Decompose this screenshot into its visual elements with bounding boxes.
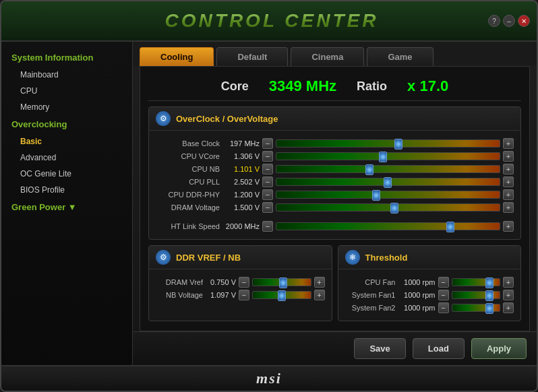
nb-voltage-increase[interactable]: + [314,290,325,300]
sidebar-item-basic[interactable]: Basic [1,133,132,150]
base-clock-label: Base Clock [156,139,220,148]
close-button[interactable]: ✕ [518,15,530,27]
cpu-pll-track[interactable] [276,178,500,186]
sidebar-item-bios-profile[interactable]: BIOS Profile [1,182,132,198]
apply-button[interactable]: Apply [471,338,527,359]
load-button[interactable]: Load [413,338,465,359]
overclock-icon: ⚙ [156,111,171,126]
tab-cooling[interactable]: Cooling [140,47,214,66]
sys-fan1-thumb[interactable] [485,290,494,301]
dram-vref-value: 0.750 V [206,278,236,286]
cpu-pll-increase[interactable]: + [503,176,514,187]
base-clock-decrease[interactable]: − [262,138,273,149]
cpu-nb-label: CPU NB [156,165,220,173]
sidebar-section-system-information[interactable]: System Information [1,48,132,67]
tab-default[interactable]: Default [216,47,288,66]
cpu-ddr-phy-thumb[interactable] [372,190,380,201]
cpu-nb-increase[interactable]: + [503,164,514,174]
nb-voltage-label: NB Voltage [156,291,203,299]
cpu-vcore-decrease[interactable]: − [262,151,273,162]
base-clock-value: 197 MHz [222,139,260,148]
ddr-body: DRAM Vref 0.750 V − + NB Voltage [149,269,332,308]
base-clock-thumb[interactable] [394,139,402,150]
cpu-vcore-increase[interactable]: + [503,151,514,162]
minimize-button[interactable]: – [503,15,515,27]
cpu-fan-decrease[interactable]: − [438,277,449,288]
main-window: Control Center ? – ✕ System Information … [0,0,538,392]
ddr-header: ⚙ DDR VREF / NB [149,246,332,269]
cpu-pll-thumb[interactable] [384,177,392,188]
help-button[interactable]: ? [488,15,500,27]
cpu-fan-thumb[interactable] [485,277,494,288]
cpu-nb-thumb[interactable] [365,164,373,175]
cpu-pll-decrease[interactable]: − [262,176,273,187]
cpu-ddr-phy-label: CPU DDR-PHY [156,191,220,199]
cpu-vcore-thumb[interactable] [379,152,387,162]
cpu-nb-track[interactable] [276,165,500,173]
msi-logo: msi [256,370,282,387]
dram-vref-thumb[interactable] [279,277,287,288]
core-value: 3349 MHz [269,77,336,95]
cpu-fan-value: 1000 rpm [398,278,436,286]
threshold-body: CPU Fan 1000 rpm − + System Fan1 [338,269,521,321]
nb-voltage-thumb[interactable] [278,290,286,301]
dram-vref-decrease[interactable]: − [239,277,249,288]
overclock-title: OverClock / OverVoltage [176,114,278,124]
dram-voltage-increase[interactable]: + [503,202,514,213]
cpu-ddr-phy-track[interactable] [276,191,500,199]
ht-link-decrease[interactable]: − [262,221,273,232]
ht-link-thumb[interactable] [446,222,454,232]
overclock-body: Base Clock 197 MHz − + CPU VCore 1.306 V [149,131,520,239]
tab-cinema[interactable]: Cinema [291,47,364,66]
cpu-vcore-track[interactable] [276,152,500,160]
sidebar-section-overclocking[interactable]: Overclocking [1,115,132,133]
ht-link-increase[interactable]: + [503,221,514,232]
slider-nb-voltage: NB Voltage 1.097 V − + [156,290,325,300]
sys-fan1-track[interactable] [452,291,501,299]
app-title: Control Center [165,10,379,32]
sidebar: System Information Mainboard CPU Memory … [1,42,133,365]
threshold-section: ❄ Threshold CPU Fan 1000 rpm − [338,245,522,321]
cpu-ddr-phy-increase[interactable]: + [503,189,514,200]
sys-fan1-increase[interactable]: + [503,290,514,300]
base-clock-track[interactable] [276,139,500,148]
dram-vref-increase[interactable]: + [314,277,325,288]
sys-fan2-increase[interactable]: + [503,302,514,313]
cpu-ddr-phy-decrease[interactable]: − [262,189,273,200]
sidebar-section-green-power[interactable]: Green Power ▼ [1,198,132,216]
ratio-value: x 17.0 [407,77,448,95]
sidebar-item-oc-genie-lite[interactable]: OC Genie Lite [1,166,132,182]
threshold-icon: ❄ [345,250,360,265]
save-button[interactable]: Save [354,338,405,359]
nb-voltage-value: 1.097 V [206,291,236,299]
nb-voltage-track[interactable] [252,291,311,299]
dram-vref-track[interactable] [252,278,311,286]
sidebar-item-memory[interactable]: Memory [1,99,132,115]
cpu-fan-increase[interactable]: + [503,277,514,288]
sys-fan1-decrease[interactable]: − [438,290,449,300]
sys-fan2-thumb[interactable] [485,303,494,314]
threshold-title: Threshold [365,253,408,263]
nb-voltage-decrease[interactable]: − [239,290,249,300]
sys-fan2-decrease[interactable]: − [438,302,449,313]
ddr-section: ⚙ DDR VREF / NB DRAM Vref 0.750 V − [148,245,332,321]
cpu-pll-value: 2.502 V [222,178,260,186]
cpu-nb-decrease[interactable]: − [262,164,273,174]
tab-game[interactable]: Game [367,47,433,66]
ht-link-track[interactable] [276,222,500,230]
panel-content: Core 3349 MHz Ratio x 17.0 ⚙ OverClock /… [140,66,530,331]
dram-voltage-thumb[interactable] [390,203,398,214]
cpu-vcore-label: CPU VCore [156,152,220,160]
main-panel: Cooling Default Cinema Game Core 3349 MH… [133,42,537,365]
cpu-nb-value: 1.101 V [222,165,260,173]
dram-voltage-track[interactable] [276,203,500,211]
ddr-title: DDR VREF / NB [176,253,241,263]
sidebar-item-cpu[interactable]: CPU [1,83,132,99]
sys-fan2-track[interactable] [452,304,501,312]
sidebar-item-advanced[interactable]: Advanced [1,150,132,166]
base-clock-increase[interactable]: + [503,138,514,149]
cpu-fan-track[interactable] [452,278,501,286]
overclock-header: ⚙ OverClock / OverVoltage [149,107,520,131]
dram-voltage-decrease[interactable]: − [262,202,273,213]
sidebar-item-mainboard[interactable]: Mainboard [1,67,132,83]
